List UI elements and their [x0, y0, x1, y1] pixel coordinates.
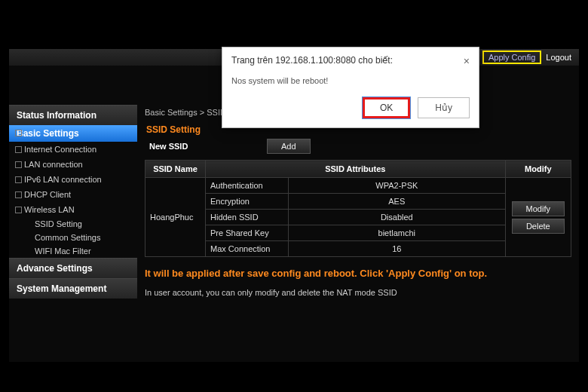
sidebar-sub-common[interactable]: Common Settings	[9, 231, 137, 244]
th-ssid-attrs: SSID Attributes	[206, 161, 506, 178]
dialog-ok-button[interactable]: OK	[363, 97, 410, 118]
sidebar-sub-macfilter[interactable]: WIFI Mac Filter	[9, 244, 137, 258]
add-button[interactable]: Add	[267, 139, 311, 154]
content-area: Basic Settings > SSID SSID Setting New S…	[137, 102, 579, 362]
cell-psk-value: bietlamchi	[289, 225, 506, 241]
sidebar-system[interactable]: System Management	[9, 278, 137, 299]
cell-auth-value: WPA2-PSK	[289, 178, 506, 194]
cell-auth-label: Authentication	[206, 178, 289, 194]
confirm-dialog: Trang trên 192.168.1.100:8080 cho biết: …	[222, 47, 479, 128]
note-text: In user account, you can only modify and…	[145, 283, 571, 302]
sidebar-sub-ssid[interactable]: SSID Setting	[9, 217, 137, 231]
sidebar-item-internet[interactable]: Internet Connection	[9, 142, 137, 157]
dialog-message: Nos system will be reboot!	[222, 69, 479, 90]
th-modify: Modify	[505, 161, 571, 178]
dialog-title: Trang trên 192.168.1.100:8080 cho biết:	[231, 55, 393, 67]
sidebar-item-dhcp[interactable]: DHCP Client	[9, 187, 137, 202]
sidebar-item-wireless[interactable]: Wireless LAN	[9, 202, 137, 217]
cell-hidden-label: Hidden SSID	[206, 210, 289, 225]
cell-modify: Modify Delete	[505, 178, 571, 257]
sidebar-basic-settings[interactable]: Basic Settings	[9, 125, 137, 142]
cell-psk-label: Pre Shared Key	[206, 225, 289, 241]
delete-button[interactable]: Delete	[512, 219, 565, 234]
sidebar: Status Information Basic Settings Intern…	[9, 102, 137, 362]
modify-button[interactable]: Modify	[512, 201, 565, 216]
dialog-cancel-button[interactable]: Hủy	[418, 97, 470, 118]
cell-max-label: Max Connection	[206, 241, 289, 257]
close-icon[interactable]: ×	[464, 55, 470, 67]
ssid-table: SSID Name SSID Attributes Modify HoangPh…	[145, 160, 571, 257]
th-ssid-name: SSID Name	[145, 161, 206, 178]
apply-config-button[interactable]: Apply Config	[482, 51, 541, 64]
cell-hidden-value: Disabled	[289, 210, 506, 225]
new-ssid-label: New SSID	[145, 142, 258, 151]
logout-link[interactable]: Logout	[546, 53, 571, 62]
sidebar-item-ipv6[interactable]: IPv6 LAN connection	[9, 172, 137, 187]
cell-max-value: 16	[289, 241, 506, 257]
cell-enc-value: AES	[289, 194, 506, 210]
sidebar-status-info[interactable]: Status Information	[9, 105, 137, 125]
cell-ssid-name: HoangPhuc	[145, 178, 206, 257]
sidebar-advance[interactable]: Advance Settings	[9, 258, 137, 278]
sidebar-item-lan[interactable]: LAN connection	[9, 157, 137, 172]
cell-enc-label: Encryption	[206, 194, 289, 210]
warning-text: It will be applied after save config and…	[145, 257, 571, 283]
